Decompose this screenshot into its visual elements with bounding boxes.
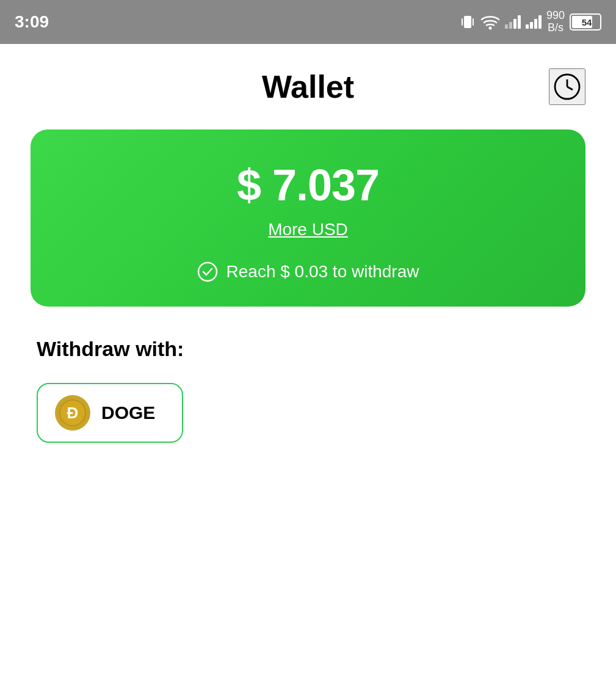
- svg-line-6: [567, 87, 573, 90]
- page-title: Wallet: [262, 68, 354, 105]
- battery-indicator: 54: [570, 13, 601, 31]
- svg-point-7: [198, 263, 217, 281]
- svg-rect-0: [464, 16, 471, 28]
- main-content: Wallet $ 7.037 More USD Reach $ 0.03 to …: [0, 44, 616, 467]
- signal-bars-1: [505, 15, 521, 29]
- svg-point-3: [488, 27, 491, 30]
- check-circle-icon: [197, 261, 218, 282]
- network-speed: 990 B/s: [546, 10, 565, 34]
- status-bar: 3:09 990 B: [0, 0, 616, 44]
- history-button[interactable]: [549, 68, 585, 105]
- vibrate-icon: [460, 13, 476, 31]
- wifi-icon: [480, 14, 500, 30]
- status-time: 3:09: [15, 12, 49, 32]
- battery-percent: 54: [572, 17, 601, 27]
- withdraw-section: Withdraw with: Ð DOGE: [31, 337, 585, 443]
- withdraw-notice-text: Reach $ 0.03 to withdraw: [226, 262, 419, 282]
- doge-symbol: Ð: [67, 404, 79, 423]
- doge-withdraw-button[interactable]: Ð DOGE: [37, 383, 183, 443]
- svg-rect-2: [473, 18, 474, 26]
- withdraw-title: Withdraw with:: [37, 337, 579, 361]
- svg-rect-1: [462, 18, 463, 26]
- withdraw-notice: Reach $ 0.03 to withdraw: [55, 261, 561, 282]
- status-right-icons: 990 B/s 54: [460, 10, 601, 34]
- signal-bars-2: [526, 15, 542, 29]
- balance-card: $ 7.037 More USD Reach $ 0.03 to withdra…: [31, 129, 585, 307]
- clock-icon: [552, 71, 582, 102]
- page-header: Wallet: [31, 68, 585, 105]
- balance-amount: $ 7.037: [55, 160, 561, 210]
- doge-label: DOGE: [101, 402, 155, 423]
- more-usd-link[interactable]: More USD: [55, 220, 561, 239]
- doge-coin-icon: Ð: [55, 395, 90, 431]
